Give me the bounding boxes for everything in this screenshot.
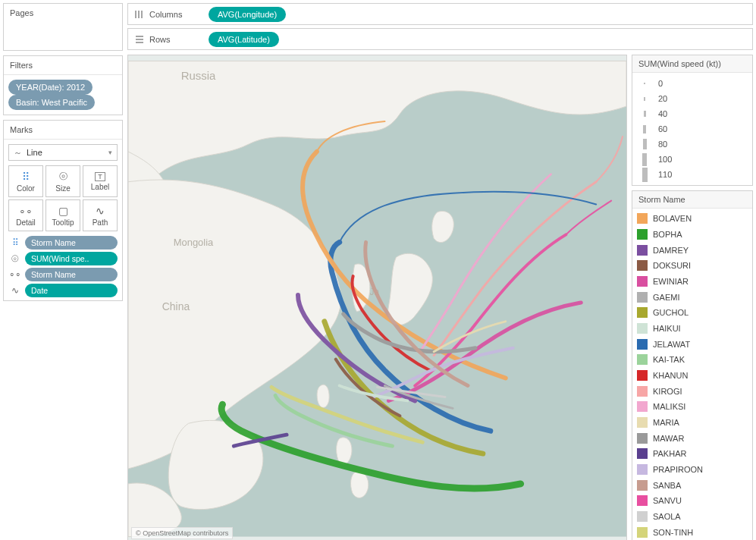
color-swatch xyxy=(637,245,648,256)
pages-panel: Pages xyxy=(3,3,123,51)
color-swatch xyxy=(637,464,648,475)
storm-label: DAMREY xyxy=(653,246,689,255)
rows-shelf[interactable]: Rows AVG(Latitude) xyxy=(127,28,753,50)
mark-size-button[interactable]: ⦾Size xyxy=(45,165,80,197)
label-china: China xyxy=(162,300,190,312)
storm-legend-row[interactable]: KAI-TAK xyxy=(637,353,748,367)
storm-legend-row[interactable]: PRAPIROON xyxy=(637,463,748,477)
pages-title: Pages xyxy=(4,4,122,22)
filter-basin[interactable]: Basin: West Pacific xyxy=(8,95,95,110)
color-swatch xyxy=(637,495,648,506)
filters-title: Filters xyxy=(4,56,122,75)
color-swatch xyxy=(637,527,648,538)
storm-legend-row[interactable]: JELAWAT xyxy=(637,337,748,351)
storm-label: PRAPIROON xyxy=(653,465,703,474)
storm-legend-row[interactable]: EWINIAR xyxy=(637,275,748,289)
chevron-down-icon: ▾ xyxy=(108,149,112,156)
storm-legend-row[interactable]: KHANUN xyxy=(637,369,748,383)
size-bar-icon xyxy=(643,125,646,133)
storm-legend-row[interactable]: MARIA xyxy=(637,416,748,430)
wind-legend-row[interactable]: 110 xyxy=(637,167,748,182)
size-bar-icon xyxy=(644,97,645,101)
columns-label: Columns xyxy=(146,10,205,19)
size-value: 60 xyxy=(658,124,667,133)
color-swatch xyxy=(637,276,648,287)
color-icon: ⠿ xyxy=(8,237,22,248)
filter-year[interactable]: YEAR(Date): 2012 xyxy=(8,80,93,95)
size-bar-icon xyxy=(644,111,646,117)
storm-legend-row[interactable]: HAIKUI xyxy=(637,322,748,336)
path-icon: ∿ xyxy=(96,205,105,217)
columns-pill[interactable]: AVG(Longitude) xyxy=(209,7,286,22)
color-swatch xyxy=(637,307,648,318)
storm-label: GAEMI xyxy=(653,293,679,302)
storm-legend-row[interactable]: DOKSURI xyxy=(637,259,748,273)
map-svg: Russia Mongolia China Ja xyxy=(128,55,626,540)
storm-label: BOPHA xyxy=(653,230,682,239)
map-view[interactable]: Russia Mongolia China Ja xyxy=(127,55,627,540)
label-mongolia: Mongolia xyxy=(174,237,214,248)
mark-color-button[interactable]: ⠿Color xyxy=(8,165,43,197)
storm-legend-row[interactable]: SAOLA xyxy=(637,510,748,524)
color-swatch xyxy=(637,354,648,365)
storm-label: SANBA xyxy=(653,481,681,490)
wind-legend-row[interactable]: 60 xyxy=(637,121,748,137)
color-icon: ⠿ xyxy=(22,171,30,183)
size-bar-icon xyxy=(642,168,648,182)
wind-legend-row[interactable]: 0 xyxy=(637,76,748,91)
mark-detail-button[interactable]: ∘∘Detail xyxy=(8,199,43,231)
assign-color-storm[interactable]: ⠿Storm Name xyxy=(8,236,118,250)
color-swatch xyxy=(637,370,648,381)
rows-icon xyxy=(133,35,146,44)
wind-legend-row[interactable]: 40 xyxy=(637,106,748,121)
tooltip-icon: ▢ xyxy=(58,205,68,217)
assign-size-wind[interactable]: ⦾SUM(Wind spe.. xyxy=(8,252,118,265)
assign-path-date[interactable]: ∿Date xyxy=(8,284,118,297)
wind-legend-title: SUM(Wind speed (kt)) xyxy=(632,55,752,73)
storm-label: JELAWAT xyxy=(653,340,690,349)
wind-legend-row[interactable]: 20 xyxy=(637,91,748,106)
storm-label: BOLAVEN xyxy=(653,214,692,223)
columns-icon xyxy=(133,10,146,19)
storm-legend-row[interactable]: KIROGI xyxy=(637,384,748,398)
storm-label: SAOLA xyxy=(653,512,681,521)
storm-label: KAI-TAK xyxy=(653,355,685,364)
storm-legend-row[interactable]: PAKHAR xyxy=(637,447,748,461)
storm-legend-row[interactable]: MAWAR xyxy=(637,431,748,445)
rows-label: Rows xyxy=(146,35,205,44)
rows-pill[interactable]: AVG(Latitude) xyxy=(209,32,279,47)
wind-legend-row[interactable]: 80 xyxy=(637,137,748,152)
storm-legend-row[interactable]: SANVU xyxy=(637,494,748,508)
mark-tooltip-button[interactable]: ▢Tooltip xyxy=(45,199,80,231)
mark-path-button[interactable]: ∿Path xyxy=(83,199,118,231)
storm-legend-row[interactable]: GUCHOL xyxy=(637,306,748,320)
size-value: 20 xyxy=(658,94,667,103)
map-attribution: © OpenStreetMap contributors xyxy=(131,527,233,539)
storm-legend-row[interactable]: SON-TINH xyxy=(637,525,748,539)
size-bar-icon xyxy=(642,153,647,166)
storm-legend-row[interactable]: BOLAVEN xyxy=(637,212,748,226)
color-swatch xyxy=(637,213,648,224)
storm-legend-row[interactable]: SANBA xyxy=(637,478,748,492)
storm-legend-row[interactable]: GAEMI xyxy=(637,290,748,304)
detail-icon: ∘∘ xyxy=(8,269,22,280)
columns-shelf[interactable]: Columns AVG(Longitude) xyxy=(127,3,753,25)
label-russia: Russia xyxy=(181,69,216,82)
size-value: 80 xyxy=(658,140,667,149)
color-swatch xyxy=(637,401,648,412)
size-bar-icon xyxy=(644,83,645,84)
storm-legend-row[interactable]: MALIKSI xyxy=(637,400,748,414)
assign-detail-storm[interactable]: ∘∘Storm Name xyxy=(8,268,118,281)
size-value: 110 xyxy=(658,170,672,179)
storm-label: SANVU xyxy=(653,496,682,505)
filters-panel: Filters YEAR(Date): 2012 Basin: West Pac… xyxy=(3,55,123,115)
mark-type-select[interactable]: ～ Line ▾ xyxy=(8,144,118,161)
storm-label: KIROGI xyxy=(653,387,682,396)
color-swatch xyxy=(637,386,648,397)
marks-panel: Marks ～ Line ▾ ⠿Color ⦾Size TLabel ∘∘Det… xyxy=(3,120,123,301)
mark-label-button[interactable]: TLabel xyxy=(83,165,118,197)
wind-legend-row[interactable]: 100 xyxy=(637,152,748,167)
color-swatch xyxy=(637,480,648,491)
storm-legend-row[interactable]: BOPHA xyxy=(637,228,748,242)
storm-legend-row[interactable]: DAMREY xyxy=(637,243,748,257)
